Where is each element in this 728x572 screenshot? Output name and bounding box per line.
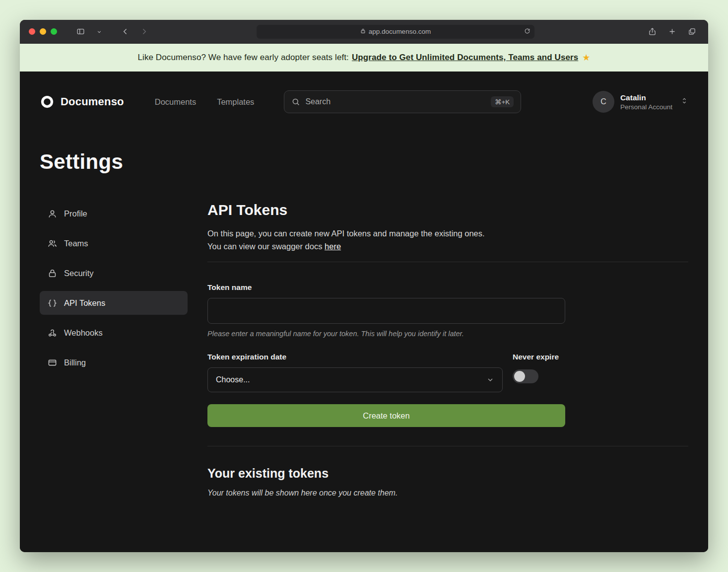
- chevron-up-down-icon: [680, 97, 688, 107]
- create-token-button[interactable]: Create token: [207, 404, 565, 427]
- browser-window: app.documenso.com Like Documenso? We hav…: [20, 20, 708, 552]
- expiration-label: Token expiration date: [207, 353, 503, 361]
- documenso-logo[interactable]: Documenso: [40, 94, 124, 109]
- divider: [207, 446, 688, 446]
- section-description: On this page, you can create new API tok…: [207, 227, 688, 253]
- search-bar[interactable]: ⌘+K: [284, 90, 521, 113]
- never-expire-toggle[interactable]: [513, 369, 538, 383]
- users-icon: [48, 239, 57, 248]
- sidebar-item-label: Profile: [64, 209, 87, 218]
- url-text: app.documenso.com: [369, 28, 431, 35]
- section-title: API Tokens: [207, 202, 688, 218]
- documenso-logo-icon: [40, 94, 55, 109]
- titlebar-right-tools: [645, 25, 699, 39]
- never-expire-label: Never expire: [513, 353, 559, 361]
- sidebar-item-label: Security: [64, 269, 94, 278]
- settings-sidebar: Profile Teams Security API Tokens Webhoo…: [40, 202, 188, 498]
- nav-documents[interactable]: Documents: [155, 97, 196, 107]
- user-meta: Catalin Personal Account: [620, 93, 672, 111]
- lock-icon: [48, 269, 57, 278]
- documenso-app: Documenso Documents Templates ⌘+K C Cata…: [20, 72, 708, 552]
- search-icon: [291, 97, 300, 106]
- user-icon: [48, 209, 57, 218]
- sidebar-item-label: Billing: [64, 358, 86, 367]
- create-token-form: Token name Please enter a meaningful nam…: [207, 283, 565, 427]
- zoom-window-button[interactable]: [51, 28, 57, 35]
- description-line2: You can view our swagger docs: [207, 242, 322, 251]
- swagger-docs-link[interactable]: here: [325, 242, 341, 251]
- browser-titlebar: app.documenso.com: [20, 20, 708, 44]
- token-name-helper: Please enter a meaningful name for your …: [207, 330, 565, 338]
- user-account-type: Personal Account: [620, 103, 672, 111]
- sidebar-item-billing[interactable]: Billing: [40, 351, 188, 374]
- sidebar-item-webhooks[interactable]: Webhooks: [40, 321, 188, 345]
- minimize-window-button[interactable]: [40, 28, 46, 35]
- new-tab-icon[interactable]: [664, 25, 679, 39]
- api-tokens-panel: API Tokens On this page, you can create …: [207, 202, 688, 498]
- back-button[interactable]: [118, 25, 132, 39]
- tab-overview-chevron-icon[interactable]: [92, 25, 107, 39]
- reload-icon[interactable]: [524, 28, 530, 36]
- sidebar-item-label: Webhooks: [64, 328, 103, 338]
- share-icon[interactable]: [645, 25, 660, 39]
- expiration-value: Choose...: [216, 375, 250, 384]
- never-expire-column: Never expire: [513, 353, 559, 392]
- nav-templates[interactable]: Templates: [217, 97, 254, 107]
- existing-tokens-empty-text: Your tokens will be shown here once you …: [207, 489, 688, 498]
- avatar[interactable]: C: [593, 91, 614, 113]
- tab-overview-icon[interactable]: [684, 25, 699, 39]
- user-menu[interactable]: C Catalin Personal Account: [593, 91, 688, 113]
- expiration-row: Token expiration date Choose... Never ex…: [207, 353, 565, 392]
- user-name: Catalin: [620, 93, 672, 102]
- sidebar-item-profile[interactable]: Profile: [40, 202, 188, 225]
- token-name-label: Token name: [207, 283, 565, 292]
- window-controls: [29, 28, 57, 35]
- description-line1: On this page, you can create new API tok…: [207, 229, 485, 238]
- chevron-down-icon: [486, 376, 494, 384]
- address-bar[interactable]: app.documenso.com: [257, 25, 534, 39]
- close-window-button[interactable]: [29, 28, 35, 35]
- star-icon: ★: [582, 52, 590, 63]
- promo-text: Like Documenso? We have few early adopte…: [137, 53, 349, 63]
- settings-layout: Profile Teams Security API Tokens Webhoo…: [40, 202, 688, 498]
- promo-banner: Like Documenso? We have few early adopte…: [20, 44, 708, 72]
- braces-icon: [48, 298, 57, 308]
- sidebar-item-label: API Tokens: [64, 298, 105, 308]
- sidebar-item-teams[interactable]: Teams: [40, 231, 188, 255]
- credit-card-icon: [48, 358, 57, 367]
- search-shortcut: ⌘+K: [491, 96, 514, 107]
- webhook-icon: [48, 328, 57, 338]
- forward-button[interactable]: [136, 25, 151, 39]
- brand-name: Documenso: [61, 95, 124, 108]
- expiration-select[interactable]: Choose...: [207, 367, 503, 392]
- main-nav: Documents Templates: [155, 97, 255, 107]
- page-title: Settings: [40, 150, 688, 174]
- existing-tokens-title: Your existing tokens: [207, 466, 688, 481]
- search-input[interactable]: [305, 97, 486, 106]
- sidebar-item-label: Teams: [64, 239, 88, 248]
- token-name-input[interactable]: [207, 298, 565, 324]
- lock-icon: [360, 28, 366, 35]
- sidebar-item-security[interactable]: Security: [40, 261, 188, 285]
- upgrade-link[interactable]: Upgrade to Get Unlimited Documents, Team…: [352, 53, 578, 63]
- app-header: Documenso Documents Templates ⌘+K C Cata…: [40, 72, 688, 119]
- divider: [207, 262, 688, 262]
- sidebar-toggle-icon[interactable]: [73, 25, 88, 39]
- sidebar-item-api-tokens[interactable]: API Tokens: [40, 291, 188, 315]
- expiration-column: Token expiration date Choose...: [207, 353, 503, 392]
- toggle-knob: [514, 371, 525, 382]
